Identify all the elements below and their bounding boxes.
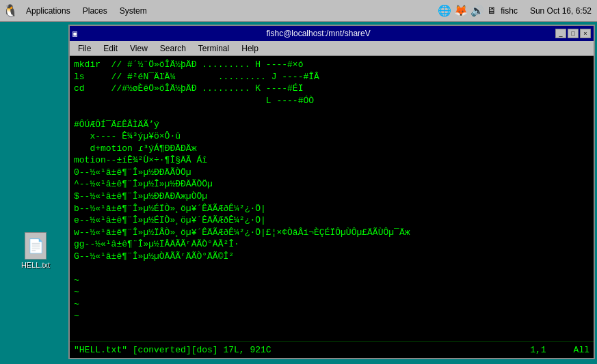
close-button[interactable]: × [580, 29, 591, 38]
terminal-title-icon: ▣ [72, 29, 77, 39]
menu-help[interactable]: Help [236, 42, 264, 55]
menu-file[interactable]: File [72, 42, 96, 55]
fox-icon[interactable]: 🦊 [454, 4, 468, 18]
menu-view[interactable]: View [124, 42, 153, 55]
globe-icon[interactable]: 🌐 [438, 4, 451, 18]
clock-label: Sun Oct 16, 6:52 [527, 6, 594, 16]
username-label: fishc [501, 6, 518, 16]
status-position: 1,1 [530, 345, 546, 355]
menu-edit[interactable]: Edit [98, 42, 123, 55]
status-bar: "HELL.txt" [converted][dos] 17L, 921C 1,… [70, 341, 594, 358]
window-controls: _ □ × [555, 29, 591, 38]
menu-system[interactable]: System [114, 5, 152, 17]
maximize-button[interactable]: □ [568, 29, 579, 38]
volume-icon[interactable]: 🔊 [470, 4, 484, 18]
network-icon[interactable]: 🖥 [487, 5, 496, 16]
minimize-button[interactable]: _ [555, 29, 566, 38]
taskbar-right: 🌐 🦊 🔊 🖥 fishc Sun Oct 16, 6:52 [438, 4, 594, 18]
app-menu-bar: File Edit View Search Terminal Help [70, 41, 594, 56]
menu-search[interactable]: Search [155, 42, 191, 55]
desktop-icon-hell[interactable]: 📄 HELL.txt [14, 232, 57, 269]
window-title: fishc@localhost:/mnt/shareV [81, 29, 555, 38]
taskbar-logo[interactable]: 🐧 [3, 3, 18, 18]
desktop-icon-image: 📄 [25, 232, 47, 260]
status-right: 1,1 All [530, 345, 589, 355]
penguin-icon: 🐧 [3, 3, 18, 18]
window-titlebar: ▣ fishc@localhost:/mnt/shareV _ □ × [70, 26, 594, 41]
taskbar-icons: 🌐 🦊 🔊 🖥 [438, 4, 496, 18]
menu-applications[interactable]: Applications [21, 5, 76, 17]
terminal-window: ▣ fishc@localhost:/mnt/shareV _ □ × File… [68, 25, 595, 359]
status-mode: All [574, 345, 589, 355]
desktop-icon-label: HELL.txt [21, 261, 50, 269]
terminal-content[interactable]: mkdir // #´½¨Ö»öÎÄ½þÄÐ ......... H ----#… [70, 56, 594, 341]
menu-places[interactable]: Places [77, 5, 113, 17]
status-file-info: "HELL.txt" [converted][dos] 17L, 921C [74, 345, 530, 355]
taskbar-menu: Applications Places System [21, 5, 438, 17]
file-icon: 📄 [27, 238, 44, 255]
taskbar: 🐧 Applications Places System 🌐 🦊 🔊 🖥 fis… [0, 0, 597, 22]
menu-terminal[interactable]: Terminal [193, 42, 235, 55]
